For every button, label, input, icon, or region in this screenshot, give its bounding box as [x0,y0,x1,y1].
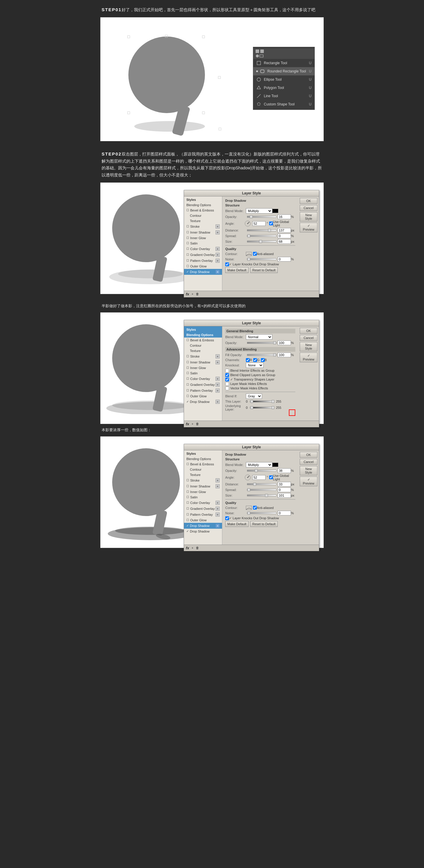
dense-drop-shadow-2[interactable]: ✓ Drop Shadow [184,529,222,534]
blend-color-plus[interactable]: + [216,377,220,381]
dense-gradient-overlay[interactable]: ☐ Gradient Overlay + [184,506,222,512]
blend-styles-header[interactable]: Styles [184,327,222,332]
dense-anti-aliased[interactable] [253,506,257,509]
stroke-plus[interactable]: + [216,224,220,228]
general-opacity-input[interactable] [278,340,291,345]
distance-input[interactable] [278,228,291,233]
dense-preview-btn[interactable]: ✓ Preview [300,476,318,486]
blend-inner-shadow[interactable]: ☐ Inner Shadow + [184,359,222,365]
cancel-button[interactable]: Cancel [300,205,318,211]
tool-line[interactable]: Line Tool U [253,92,315,100]
styles-stroke[interactable]: ☐ Stroke + [184,223,222,229]
blend-fx-add[interactable]: + [192,422,193,426]
noise-input[interactable] [278,257,291,261]
dense-blend-select[interactable]: Multiply [246,462,272,467]
knockout-select[interactable]: None [246,363,264,368]
dense-stroke[interactable]: ☐ Stroke + [184,477,222,483]
blend-preview-btn[interactable]: ✓ Preview [300,352,318,362]
styles-bevel[interactable]: ☐ Bevel & Emboss [184,208,222,213]
tool-rounded-rect[interactable]: Rounded Rectangle Tool U [253,67,315,75]
styles-pattern-overlay[interactable]: ☐ Pattern Overlay + [184,258,222,264]
angle-input[interactable] [252,221,266,226]
dense-pattern-plus[interactable]: + [216,513,220,517]
styles-satin[interactable]: ☐ Satin [184,241,222,246]
dense-noise-input[interactable] [278,511,291,516]
vector-mask-check[interactable] [225,386,229,390]
styles-inner-shadow[interactable]: ☐ Inner Shadow + [184,229,222,235]
blend-gradient-overlay[interactable]: ☐ Gradient Overlay + [184,382,222,388]
blend-bevel[interactable]: ☐ Bevel & Emboss [184,338,222,343]
blend-drop-shadow[interactable]: ✓ Drop Shadow + [184,399,222,405]
pattern-overlay-plus[interactable]: + [216,258,220,263]
tool-polygon[interactable]: Polygon Tool U [253,84,315,92]
dense-pattern-overlay[interactable]: ☐ Pattern Overlay + [184,512,222,518]
blend-clipped-check[interactable] [225,373,229,377]
blend-gradient-plus[interactable]: + [216,382,220,387]
styles-texture[interactable]: Texture [184,218,222,223]
reset-default-btn[interactable]: Reset to Default [250,267,278,273]
dense-inner-glow[interactable]: ☐ Inner Glow [184,489,222,495]
dense-spread-slider[interactable] [247,489,276,491]
blend-blending-options[interactable]: Blending Options [184,332,222,338]
general-opacity-slider[interactable] [247,342,276,344]
dense-ds-plus1[interactable]: + [216,524,220,528]
blend-pattern-plus[interactable]: + [216,389,220,393]
g-channel[interactable] [253,358,257,362]
blend-interior-check[interactable] [225,369,229,373]
opacity-input[interactable] [278,214,291,219]
dense-distance-input[interactable] [278,482,291,487]
dense-inner-shadow-plus[interactable]: + [216,484,220,488]
dense-texture[interactable]: Texture [184,472,222,477]
dense-new-style-btn[interactable]: New Style [300,466,318,475]
global-light-check[interactable] [269,221,273,225]
blend-satin[interactable]: ☐ Satin [184,371,222,376]
dense-fx-delete[interactable]: 🗑 [196,546,199,550]
dense-color-overlay[interactable]: ☐ Color Overlay + [184,500,222,506]
this-layer-slider[interactable] [250,401,273,402]
fx-delete[interactable]: 🗑 [196,292,199,296]
dense-satin[interactable]: ☐ Satin [184,495,222,500]
size-slider[interactable] [247,241,276,242]
new-style-button[interactable]: New Style [300,212,318,221]
dense-ok-btn[interactable]: OK [300,452,318,458]
blend-inner-glow[interactable]: ☐ Inner Glow [184,365,222,371]
spread-slider[interactable] [247,235,276,237]
dense-size-slider[interactable] [247,495,276,496]
dense-blending-options[interactable]: Blending Options [184,456,222,462]
dense-distance-slider[interactable] [247,483,276,485]
blend-new-style-btn[interactable]: New Style [300,342,318,351]
dense-color-swatch[interactable] [272,463,278,467]
dense-spread-input[interactable] [278,488,291,492]
dense-contour-preview[interactable] [246,506,252,510]
dense-gradient-plus[interactable]: + [216,506,220,511]
styles-contour[interactable]: Contour [184,213,222,218]
inner-shadow-plus[interactable]: + [216,230,220,235]
blend-ok-btn[interactable]: OK [300,328,318,334]
r-channel[interactable] [246,358,250,362]
general-blend-mode-select[interactable]: Normal [246,334,272,340]
blend-mode-select[interactable]: Multiply [246,208,272,214]
dense-bevel[interactable]: ☐ Bevel & Emboss [184,462,222,467]
blend-drop-shadow-plus[interactable]: + [216,400,220,404]
underlying-slider[interactable] [250,407,273,408]
make-default-btn[interactable]: Make Default [225,267,249,273]
dense-opacity-slider[interactable] [247,470,276,471]
opacity-slider[interactable] [247,216,276,218]
blend-contour[interactable]: Contour [184,343,222,348]
dense-angle-input[interactable] [252,475,266,480]
dense-noise-slider[interactable] [247,512,276,514]
fill-opacity-input[interactable] [278,352,291,357]
dense-drop-shadow-1[interactable]: ✓ Drop Shadow + [184,523,222,529]
layer-mask-check[interactable] [225,382,229,386]
gradient-overlay-plus[interactable]: + [216,253,220,257]
preview-button[interactable]: ✓ Preview [300,223,318,232]
blend-fx-delete[interactable]: 🗑 [196,422,199,426]
dense-fx-add[interactable]: + [192,546,193,550]
dense-reset-default[interactable]: Reset to Default [250,521,278,527]
dense-stroke-plus[interactable]: + [216,478,220,483]
styles-outer-glow[interactable]: ☐ Outer Glow [184,264,222,269]
b-channel[interactable] [261,358,265,362]
shadow-color-swatch[interactable] [272,209,278,213]
dense-size-input[interactable] [278,493,291,498]
styles-drop-shadow[interactable]: ✓ Drop Shadow + [184,269,222,275]
